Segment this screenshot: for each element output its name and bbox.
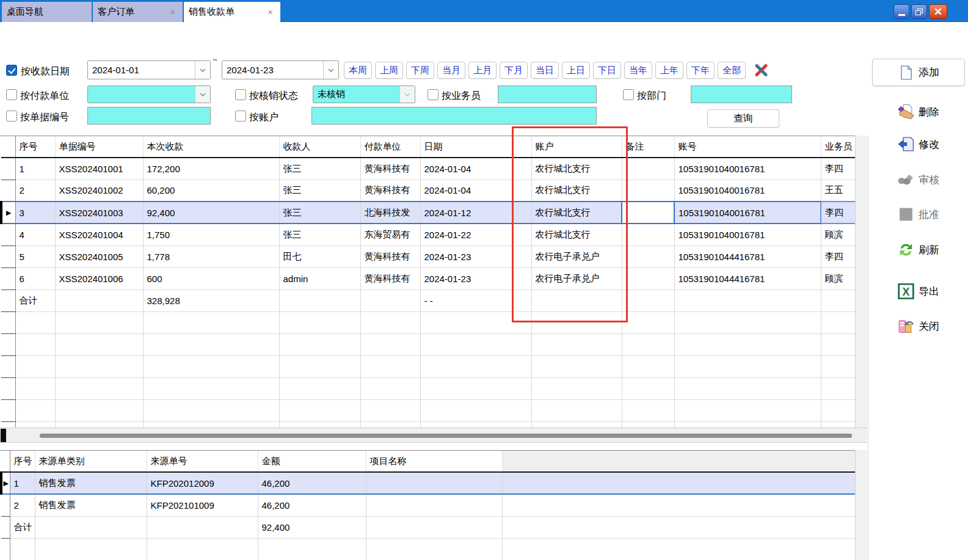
empty-cell[interactable]: [147, 538, 258, 560]
cell-seq[interactable]: 1: [15, 158, 55, 180]
by-receipt-date-checkbox[interactable]: [6, 65, 17, 76]
empty-cell[interactable]: [15, 377, 55, 399]
detail-cell-amount[interactable]: 46,200: [258, 472, 366, 494]
empty-cell[interactable]: [622, 399, 674, 421]
cell-account-no[interactable]: 10531901040016781: [674, 202, 821, 224]
empty-cell[interactable]: [143, 333, 279, 355]
payer-combo[interactable]: [87, 85, 211, 103]
col-header-project-name[interactable]: 项目名称: [366, 451, 502, 472]
cell-remark[interactable]: [622, 158, 674, 180]
cell-date[interactable]: 2024-01-23: [420, 245, 531, 267]
empty-cell[interactable]: [279, 377, 360, 399]
total-cell-seq[interactable]: 合计: [15, 289, 55, 311]
cell-amount[interactable]: 1,778: [143, 245, 279, 267]
empty-cell[interactable]: [531, 399, 622, 421]
col-header-seq[interactable]: 序号: [10, 451, 35, 472]
tab-3[interactable]: 销售收款单×: [184, 2, 280, 22]
cell-amount[interactable]: 1,750: [143, 224, 279, 245]
main-grid-horizontal-scrollbar[interactable]: [0, 427, 867, 443]
cell-payer[interactable]: 黄海科技有: [360, 245, 420, 267]
col-header-remark[interactable]: 备注: [622, 136, 674, 158]
empty-cell[interactable]: [531, 377, 622, 399]
empty-cell[interactable]: [531, 311, 622, 333]
row-marker-cell[interactable]: [1, 355, 15, 377]
row-marker-cell[interactable]: [1, 158, 15, 180]
empty-cell[interactable]: [279, 355, 360, 377]
by-payer-checkbox[interactable]: [6, 89, 17, 100]
detail-cell-source-no[interactable]: KFP202101009: [147, 494, 258, 516]
detail-cell-amount[interactable]: 46,200: [258, 494, 366, 516]
empty-cell[interactable]: [821, 311, 855, 333]
cell-payer[interactable]: 黄海科技有: [360, 180, 420, 202]
period-button-上年[interactable]: 上年: [655, 62, 683, 79]
empty-cell[interactable]: [821, 377, 855, 399]
cell-doc-no[interactable]: XSS202401006: [55, 267, 143, 289]
period-button-下月[interactable]: 下月: [500, 62, 528, 79]
empty-cell[interactable]: [55, 399, 143, 421]
empty-cell[interactable]: [143, 377, 279, 399]
cell-date[interactable]: 2024-01-22: [420, 224, 531, 245]
period-button-当年[interactable]: 当年: [624, 62, 652, 79]
empty-cell[interactable]: [55, 377, 143, 399]
cell-doc-no[interactable]: XSS202401002: [55, 180, 143, 202]
detail-total-cell-amount[interactable]: 92,400: [258, 516, 366, 538]
cell-salesman[interactable]: 李四: [821, 202, 855, 224]
empty-cell[interactable]: [360, 421, 420, 427]
cell-seq[interactable]: 3: [15, 202, 55, 224]
cell-salesman[interactable]: 王五: [821, 180, 855, 202]
by-account-checkbox[interactable]: [235, 111, 246, 122]
empty-cell[interactable]: [420, 355, 531, 377]
cell-remark[interactable]: [622, 267, 674, 289]
period-button-当月[interactable]: 当月: [437, 62, 465, 79]
detail-total-cell-seq[interactable]: 合计: [10, 516, 35, 538]
empty-cell[interactable]: [420, 377, 531, 399]
empty-cell[interactable]: [143, 311, 279, 333]
total-cell-amount[interactable]: 328,928: [143, 289, 279, 311]
row-marker-cell[interactable]: [1, 399, 15, 421]
cell-account-no[interactable]: 10531901044416781: [674, 267, 821, 289]
empty-cell[interactable]: [15, 421, 55, 427]
empty-cell[interactable]: [420, 421, 531, 427]
row-marker-cell[interactable]: [1, 516, 10, 538]
cell-seq[interactable]: 4: [15, 224, 55, 245]
empty-cell[interactable]: [531, 333, 622, 355]
detail-cell-source-type[interactable]: 销售发票: [35, 472, 147, 494]
empty-cell[interactable]: [15, 311, 55, 333]
close-window-button[interactable]: ✕: [929, 4, 947, 19]
empty-cell[interactable]: [622, 311, 674, 333]
col-header-seq[interactable]: 序号: [15, 136, 55, 158]
empty-cell[interactable]: [366, 538, 502, 560]
cell-payee[interactable]: 张三: [279, 202, 360, 224]
period-button-全部[interactable]: 全部: [718, 62, 746, 79]
cell-account[interactable]: 农行城北支行: [531, 158, 622, 180]
empty-cell[interactable]: [622, 333, 674, 355]
row-marker-cell[interactable]: [1, 224, 15, 245]
col-header-account-no[interactable]: 账号: [674, 136, 821, 158]
cell-seq[interactable]: 5: [15, 245, 55, 267]
cell-account[interactable]: 农行城北支行: [531, 202, 622, 224]
row-marker-cell[interactable]: [1, 333, 15, 355]
cell-account-no[interactable]: 10531901040016781: [674, 224, 821, 245]
by-salesman-checkbox[interactable]: [428, 89, 439, 100]
cell-date[interactable]: 2024-01-04: [420, 158, 531, 180]
total-cell-account[interactable]: [531, 289, 622, 311]
empty-cell[interactable]: [35, 538, 147, 560]
tab-close-icon[interactable]: ×: [169, 7, 176, 16]
period-button-下日[interactable]: 下日: [593, 62, 621, 79]
empty-cell[interactable]: [143, 355, 279, 377]
cell-salesman[interactable]: 李四: [821, 245, 855, 267]
doc-number-input[interactable]: [87, 107, 211, 125]
empty-cell[interactable]: [55, 333, 143, 355]
col-header-source-type[interactable]: 来源单类别: [35, 451, 147, 472]
account-input[interactable]: [311, 107, 597, 125]
detail-cell-project-name[interactable]: [366, 472, 502, 494]
date-to-combo[interactable]: 2024-01-23: [222, 60, 339, 79]
by-department-checkbox[interactable]: [623, 89, 634, 100]
query-button[interactable]: 查询: [707, 109, 779, 128]
total-cell-remark[interactable]: [622, 289, 674, 311]
row-marker-cell[interactable]: [1, 180, 15, 202]
total-cell-date[interactable]: - -: [420, 289, 531, 311]
modify-button[interactable]: 修改: [872, 133, 965, 155]
cell-doc-no[interactable]: XSS202401004: [55, 224, 143, 245]
empty-cell[interactable]: [502, 538, 855, 560]
